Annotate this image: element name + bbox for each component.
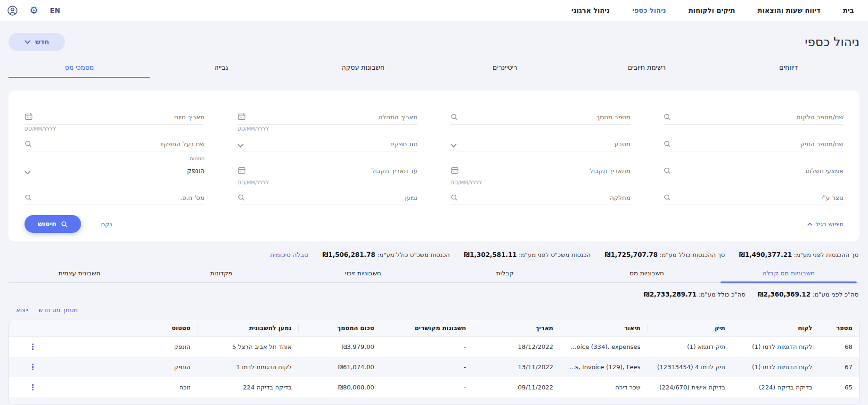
calendar-icon [25, 112, 33, 121]
user-menu-button[interactable] [7, 5, 18, 16]
cell-linked-accounts: - [381, 343, 473, 350]
filter-fields-grid: שם/מספר הלקוח מספר מסמך תאריך התחלה DD/M… [25, 100, 843, 207]
receipt-to-date-input[interactable]: עד תאריך תקבול [237, 164, 418, 178]
payment-method-input[interactable]: אמצעי תשלום [663, 164, 843, 178]
field-label: שם/מספר הלקוח [796, 113, 843, 121]
field-label: מספר מסמך [596, 113, 631, 121]
client-name-input[interactable]: שם/מספר הלקוח [663, 110, 843, 124]
doc-tab-tax-invoice-receipt[interactable]: חשבוניות מס קבלה [718, 264, 860, 282]
tab-tax-documents[interactable]: מסמכי מס [8, 58, 150, 78]
doc-tab-credit-invoices[interactable]: חשבוניות זיכוי [292, 264, 434, 282]
cell-case: תיק לדמו 4 (12313454) [647, 364, 732, 371]
search-button[interactable]: חיפוש [25, 215, 81, 233]
search-icon [663, 140, 671, 148]
table-row[interactable]: 65 בדיקה בדיקה (224) בדיקה אישית (224/67… [9, 377, 859, 397]
field-label: אמצעי תשלום [805, 167, 843, 174]
search-icon [663, 194, 671, 201]
summary-item: סך ההכנסות לפני מע"מ: ₪1,490,377.21 [739, 251, 859, 258]
calendar-icon [450, 166, 459, 174]
page-content: ניהול כספי חדש דיווחים רשימת חיובים ריטי… [0, 21, 868, 405]
tab-reports[interactable]: דיווחים [718, 58, 860, 78]
calendar-icon [237, 166, 246, 174]
cell-date: 13/11/2022 [473, 364, 560, 371]
income-summary-line: סך ההכנסות לפני מע"מ: ₪1,490,377.21 סך ה… [8, 251, 860, 258]
case-name-input[interactable]: שם/מספר התיק [663, 137, 843, 151]
column-header-case: תיק [647, 324, 732, 332]
new-button-label: חדש [35, 38, 49, 46]
doc-tab-self-invoice[interactable]: חשבונית עצמית [8, 264, 150, 282]
new-button[interactable]: חדש [8, 33, 65, 51]
cell-date: 18/12/2022 [473, 343, 560, 350]
summary-item: סך ההכנסות כולל מע"מ: ₪1,725,707.78 [605, 251, 725, 258]
recipient-input[interactable]: נמען [237, 191, 418, 205]
field-status: סטטוס הונפק [25, 154, 205, 181]
cell-linked-accounts: - [381, 364, 473, 371]
row-menu-kebab-icon[interactable]: ⋮ [29, 363, 37, 371]
tab-collection[interactable]: גבייה [150, 58, 292, 78]
doc-tab-tax-invoices[interactable]: חשבוניות מס [576, 264, 718, 282]
cell-recipient: אוהד תל אביב הרצל 5 [197, 343, 298, 350]
summary-table-link[interactable]: טבלה סיכומית [270, 251, 308, 258]
table-row[interactable]: 68 לקוח הדגמות לדמו (1) תיק דוגמא (1) ..… [9, 337, 859, 357]
doc-tab-deposits[interactable]: פקדונות [150, 264, 292, 282]
cell-client: בדיקה בדיקה (224) [732, 384, 819, 391]
cell-case: בדיקה אישית (224/670) [647, 384, 732, 391]
field-label: מחלקה [610, 194, 631, 201]
doc-tab-receipts[interactable]: קבלות [434, 264, 576, 282]
role-holder-name-input[interactable]: שם בעל התפקיד [25, 137, 205, 151]
field-label: תאריך סיום [174, 113, 205, 121]
language-switcher[interactable]: EN [50, 7, 60, 14]
nav-item-time-expense-reporting[interactable]: דיווח שעות והוצאות [758, 7, 820, 14]
start-date-input[interactable]: תאריך התחלה [237, 110, 418, 124]
cell-number: 67 [819, 364, 859, 371]
column-header-description: תיאור [560, 324, 647, 332]
nav-item-cases-clients[interactable]: תיקים ולקוחות [688, 7, 735, 14]
row-menu-kebab-icon[interactable]: ⋮ [29, 383, 37, 391]
field-role-type: סוג תפקיד [237, 127, 418, 154]
new-tax-document-link[interactable]: מסמך מס חדש [39, 306, 78, 314]
column-header-document-amount: סכום המסמך [298, 324, 381, 332]
department-input[interactable]: מחלקה [450, 191, 631, 205]
search-icon [663, 167, 671, 174]
tab-transaction-accounts[interactable]: חשבונות עסקה [292, 58, 434, 78]
document-number-input[interactable]: מספר מסמך [450, 110, 631, 124]
field-department: מחלקה [450, 181, 631, 207]
cell-client: לקוח הדגמות לדמו (1) [732, 364, 819, 371]
nav-item-financial-management[interactable]: ניהול כספי [632, 7, 666, 14]
filter-actions-row: חיפוש רגיל חיפוש נקה [25, 215, 843, 233]
search-icon [450, 194, 458, 201]
column-header-actions [9, 324, 117, 332]
tab-retainers[interactable]: ריטיינרים [434, 58, 576, 78]
nav-item-home[interactable]: בית [843, 7, 854, 14]
column-header-linked-accounts: חשבונות מקושרים [381, 324, 473, 332]
currency-select[interactable]: מטבע [450, 137, 631, 151]
row-menu-kebab-icon[interactable]: ⋮ [29, 343, 37, 351]
status-select[interactable]: הונפק [25, 164, 205, 178]
settings-button[interactable]: ⚙ [28, 5, 40, 16]
cell-status: הונפק [117, 364, 197, 371]
role-type-select[interactable]: סוג תפקיד [237, 137, 418, 151]
end-date-input[interactable]: תאריך סיום [25, 110, 205, 124]
nav-item-org-management[interactable]: ניהול ארגוני [572, 7, 610, 14]
cell-date: 09/11/2022 [473, 384, 560, 391]
receipt-from-date-input[interactable]: מתאריך תקבול [450, 164, 631, 178]
field-created-by: נוצר ע"י [663, 181, 843, 207]
created-by-input[interactable]: נוצר ע"י [663, 191, 843, 205]
column-header-number: מספר [819, 324, 859, 332]
company-number-input[interactable]: מס' ח.פ. [25, 191, 205, 205]
field-client-name: שם/מספר הלקוח [663, 100, 843, 127]
tab-charges-list[interactable]: רשימת חיובים [576, 58, 718, 78]
search-button-label: חיפוש [38, 220, 57, 228]
column-header-status: סטטוס [117, 324, 197, 332]
regular-search-toggle[interactable]: חיפוש רגיל [807, 221, 843, 228]
cell-status: הונפק [117, 343, 197, 350]
field-end-date: תאריך סיום DD/MM/YYYY [25, 100, 205, 127]
export-link[interactable]: ייצוא [16, 306, 28, 314]
chevron-down-icon [25, 171, 31, 174]
clear-button[interactable]: נקה [101, 220, 112, 228]
table-row[interactable]: 67 לקוח הדגמות לדמו (1) תיק לדמו 4 (1231… [9, 357, 859, 377]
field-recipient: נמען [237, 181, 418, 207]
cell-linked-accounts: - [381, 384, 473, 391]
field-role-holder-name: שם בעל התפקיד [25, 127, 205, 154]
column-header-date: תאריך [473, 324, 560, 332]
